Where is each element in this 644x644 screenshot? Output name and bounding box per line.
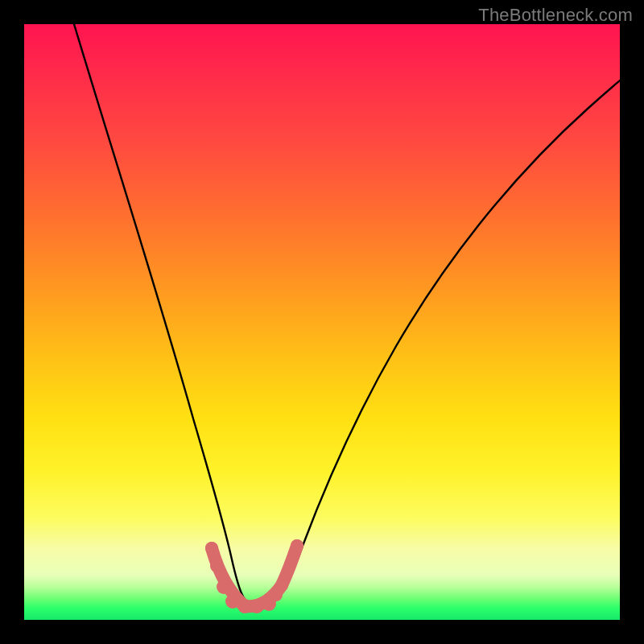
bottleneck-curve [24, 24, 620, 620]
watermark-text: TheBottleneck.com [478, 5, 633, 26]
chart-frame: TheBottleneck.com [0, 0, 644, 644]
curve-path [72, 24, 620, 607]
plot-area [24, 24, 620, 620]
salmon-dots [205, 539, 303, 613]
